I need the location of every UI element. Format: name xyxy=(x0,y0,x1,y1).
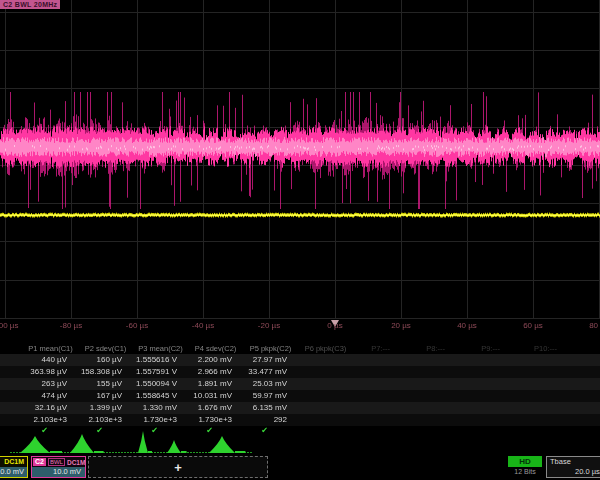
param-header-5[interactable]: P5 pkpk(C2) xyxy=(244,343,299,354)
status-check-icon: ✔ xyxy=(79,426,134,436)
param-mean-2: 158.308 µV xyxy=(79,366,134,378)
param-num-1: 2.103e+3 xyxy=(24,414,79,426)
param-header-3[interactable]: P3 mean(C2) xyxy=(134,343,189,354)
oscilloscope-screen: C2 BWL 20MHz -100 µs-80 µs-60 µs-40 µs-2… xyxy=(0,0,600,480)
status-check-icon: ✔ xyxy=(244,426,299,436)
add-trace-box[interactable]: + xyxy=(88,456,268,478)
param-num-9 xyxy=(464,414,519,426)
param-min-8 xyxy=(409,378,464,390)
param-sdev-1: 32.16 µV xyxy=(24,402,79,414)
status-check-icon: ✔ xyxy=(134,426,189,436)
param-value-6 xyxy=(299,354,354,366)
param-num-5: 292 xyxy=(244,414,299,426)
time-tick-label: -60 µs xyxy=(126,321,148,330)
param-min-7 xyxy=(354,378,409,390)
plus-icon: + xyxy=(174,460,182,475)
status-check-icon: ✔ xyxy=(189,426,244,436)
status-check-icon xyxy=(519,426,574,436)
param-value-10 xyxy=(519,354,574,366)
param-value-9 xyxy=(464,354,519,366)
table-row-value: 440 µV160 µV1.555616 V2.200 mV27.97 mV xyxy=(0,354,600,366)
param-header-2[interactable]: P2 sdev(C1) xyxy=(79,343,134,354)
param-max-8 xyxy=(409,390,464,402)
param-header-1[interactable]: P1 mean(C1) xyxy=(24,343,79,354)
param-mean-4: 2.966 mV xyxy=(189,366,244,378)
param-mean-3: 1.557591 V xyxy=(134,366,189,378)
param-mean-8 xyxy=(409,366,464,378)
tbase-descriptor[interactable]: Tbase 20.0 µs/div xyxy=(546,456,600,478)
param-min-1: 263 µV xyxy=(24,378,79,390)
param-value-7 xyxy=(354,354,409,366)
param-value-3: 1.555616 V xyxy=(134,354,189,366)
param-num-3: 1.730e+3 xyxy=(134,414,189,426)
tbase-label: Tbase xyxy=(547,457,600,467)
param-sdev-9 xyxy=(464,402,519,414)
param-min-6 xyxy=(299,378,354,390)
param-num-4: 1.730e+3 xyxy=(189,414,244,426)
time-tick-label: 0 µs xyxy=(327,321,342,330)
c1-coupling-label: DC1M xyxy=(0,457,27,467)
param-mean-1: 363.98 µV xyxy=(24,366,79,378)
hd-badge[interactable]: HD xyxy=(508,456,542,467)
param-min-10 xyxy=(519,378,574,390)
param-header-4[interactable]: P4 sdev(C2) xyxy=(189,343,244,354)
c1-descriptor[interactable]: DC1M 10.0 mV xyxy=(0,456,28,478)
param-min-3: 1.550094 V xyxy=(134,378,189,390)
param-value-2: 160 µV xyxy=(79,354,134,366)
param-header-7[interactable]: P7:--- xyxy=(354,343,409,354)
c2-scale-value: 10.0 mV xyxy=(32,467,85,477)
measure-table: P1 mean(C1)P2 sdev(C1)P3 mean(C2)P4 sdev… xyxy=(0,343,600,436)
param-header-10[interactable]: P10:--- xyxy=(519,343,574,354)
param-sdev-7 xyxy=(354,402,409,414)
param-value-1: 440 µV xyxy=(24,354,79,366)
param-min-9 xyxy=(464,378,519,390)
param-mean-5: 33.477 mV xyxy=(244,366,299,378)
time-tick-label: 20 µs xyxy=(391,321,411,330)
c2-descriptor[interactable]: C2 BWL DC1M 10.0 mV xyxy=(31,456,86,478)
param-sdev-5: 6.135 mV xyxy=(244,402,299,414)
status-check-icon: ✔ xyxy=(24,426,79,436)
param-min-5: 25.03 mV xyxy=(244,378,299,390)
param-max-10 xyxy=(519,390,574,402)
param-max-6 xyxy=(299,390,354,402)
param-min-4: 1.891 mV xyxy=(189,378,244,390)
time-tick-label: -100 µs xyxy=(0,321,18,330)
hd-bits-label: 12 Bits xyxy=(508,468,542,475)
param-header-9[interactable]: P9:--- xyxy=(464,343,519,354)
param-header-8[interactable]: P8:--- xyxy=(409,343,464,354)
param-num-6 xyxy=(299,414,354,426)
param-min-2: 155 µV xyxy=(79,378,134,390)
table-row-max: 474 µV167 µV1.558645 V10.031 mV59.97 mV xyxy=(0,390,600,402)
status-check-icon xyxy=(299,426,354,436)
param-max-7 xyxy=(354,390,409,402)
param-value-8 xyxy=(409,354,464,366)
table-row-min: 263 µV155 µV1.550094 V1.891 mV25.03 mV xyxy=(0,378,600,390)
time-tick-label: -40 µs xyxy=(192,321,214,330)
param-value-5: 27.97 mV xyxy=(244,354,299,366)
param-max-5: 59.97 mV xyxy=(244,390,299,402)
param-sdev-10 xyxy=(519,402,574,414)
param-num-8 xyxy=(409,414,464,426)
c1-scale-value: 10.0 mV xyxy=(0,467,27,477)
c2-coupling-label: DC1M xyxy=(67,459,85,466)
param-mean-6 xyxy=(299,366,354,378)
param-header-6[interactable]: P6 pkpk(C3) xyxy=(299,343,354,354)
c2-channel-badge: C2 xyxy=(33,458,46,466)
param-mean-9 xyxy=(464,366,519,378)
param-num-7 xyxy=(354,414,409,426)
time-tick-label: 40 µs xyxy=(457,321,477,330)
param-sdev-4: 1.676 mV xyxy=(189,402,244,414)
time-tick-label: -20 µs xyxy=(258,321,280,330)
param-sdev-2: 1.399 µV xyxy=(79,402,134,414)
param-num-2: 2.103e+3 xyxy=(79,414,134,426)
time-axis: -100 µs-80 µs-60 µs-40 µs-20 µs0 µs20 µs… xyxy=(0,319,600,334)
param-sdev-6 xyxy=(299,402,354,414)
status-check-icon xyxy=(409,426,464,436)
param-max-1: 474 µV xyxy=(24,390,79,402)
param-max-3: 1.558645 V xyxy=(134,390,189,402)
bottom-bar: DC1M 10.0 mV C2 BWL DC1M 10.0 mV + HD 12… xyxy=(0,454,600,480)
table-row-sdev: 32.16 µV1.399 µV1.330 mV1.676 mV6.135 mV xyxy=(0,402,600,414)
param-max-2: 167 µV xyxy=(79,390,134,402)
param-max-4: 10.031 mV xyxy=(189,390,244,402)
status-check-icon xyxy=(354,426,409,436)
